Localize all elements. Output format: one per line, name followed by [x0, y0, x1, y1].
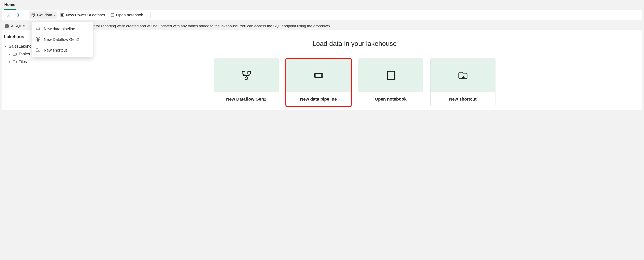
- folder-icon: [12, 60, 17, 64]
- toolbar-separator: [150, 12, 151, 18]
- svg-rect-15: [39, 38, 40, 39]
- info-bar: i A SQL e efault dataset for reporting w…: [2, 22, 642, 30]
- tree-label: Files: [18, 59, 27, 64]
- svg-point-0: [18, 15, 19, 16]
- chevron-down-icon: ▾: [144, 14, 146, 16]
- tree-node-files[interactable]: ▾ Files: [3, 58, 65, 66]
- card-label: New Dataflow Gen2: [214, 92, 279, 106]
- menu-new-dataflow-gen2[interactable]: New Dataflow Gen2: [32, 34, 93, 45]
- svg-rect-14: [36, 38, 38, 39]
- open-notebook-button[interactable]: Open notebook ▾: [108, 12, 148, 19]
- svg-rect-18: [248, 71, 250, 74]
- card-new-shortcut[interactable]: New shortcut: [430, 58, 496, 106]
- get-data-icon: [31, 13, 36, 17]
- get-data-label: Get data: [37, 13, 52, 17]
- gear-icon: [16, 13, 21, 17]
- card-label: Open notebook: [358, 92, 423, 106]
- dataflow-icon: [241, 70, 252, 81]
- card-open-notebook[interactable]: Open notebook: [358, 58, 423, 106]
- settings-button[interactable]: [14, 12, 23, 19]
- info-icon: i: [5, 24, 9, 28]
- card-label: New data pipeline: [286, 92, 351, 106]
- card-new-dataflow-gen2[interactable]: New Dataflow Gen2: [214, 58, 279, 106]
- svg-rect-23: [388, 71, 394, 80]
- toolbar-separator: [26, 12, 26, 18]
- chevron-down-icon: ▾: [8, 53, 11, 56]
- tab-home[interactable]: Home: [4, 2, 16, 10]
- get-data-menu: New data pipeline New Dataflow Gen2: [32, 22, 93, 57]
- tree-label: Tables: [18, 52, 30, 56]
- folder-icon: [12, 52, 17, 56]
- dataset-icon: [60, 13, 64, 17]
- toolbar: Get data ▾ New Power BI dataset Open not…: [2, 10, 642, 20]
- svg-point-5: [61, 15, 62, 16]
- card-new-data-pipeline[interactable]: New data pipeline: [286, 58, 351, 106]
- refresh-button[interactable]: [4, 12, 13, 19]
- pipeline-icon: [313, 70, 324, 81]
- svg-rect-7: [111, 14, 114, 17]
- notebook-icon: [385, 70, 396, 81]
- pipeline-icon: [36, 26, 41, 31]
- menu-new-data-pipeline[interactable]: New data pipeline: [32, 24, 93, 34]
- info-text-left: A SQL e: [11, 24, 25, 28]
- notebook-icon: [110, 13, 114, 17]
- new-dataset-label: New Power BI dataset: [66, 13, 105, 17]
- menu-item-label: New shortcut: [44, 48, 67, 53]
- chevron-down-icon: ▾: [8, 60, 11, 63]
- svg-point-4: [62, 14, 63, 15]
- svg-point-1: [32, 13, 34, 15]
- refresh-icon: [6, 13, 11, 17]
- action-cards: New Dataflow Gen2 New data pipeline: [70, 58, 638, 106]
- get-data-button[interactable]: Get data ▾: [29, 12, 57, 19]
- menu-new-shortcut[interactable]: New shortcut: [32, 45, 93, 56]
- main-title: Load data in your lakehouse: [70, 40, 638, 47]
- shortcut-icon: [36, 48, 41, 53]
- info-text-right: efault dataset for reporting were create…: [72, 24, 331, 28]
- menu-item-label: New data pipeline: [44, 27, 75, 31]
- dataflow-icon: [36, 37, 41, 42]
- svg-rect-17: [242, 71, 245, 74]
- svg-point-3: [61, 14, 62, 15]
- open-notebook-label: Open notebook: [116, 13, 143, 17]
- chevron-down-icon: ▾: [54, 14, 55, 16]
- chevron-down-icon: ▾: [4, 45, 7, 48]
- shortcut-icon: [458, 70, 468, 81]
- ribbon-tabs: Home: [0, 0, 644, 10]
- svg-point-19: [245, 77, 248, 80]
- svg-point-16: [38, 40, 39, 42]
- new-dataset-button[interactable]: New Power BI dataset: [58, 12, 107, 19]
- card-label: New shortcut: [430, 92, 495, 106]
- menu-item-label: New Dataflow Gen2: [44, 37, 79, 42]
- svg-point-6: [62, 15, 63, 16]
- main-panel: Load data in your lakehouse: [67, 30, 642, 110]
- svg-rect-2: [60, 14, 64, 17]
